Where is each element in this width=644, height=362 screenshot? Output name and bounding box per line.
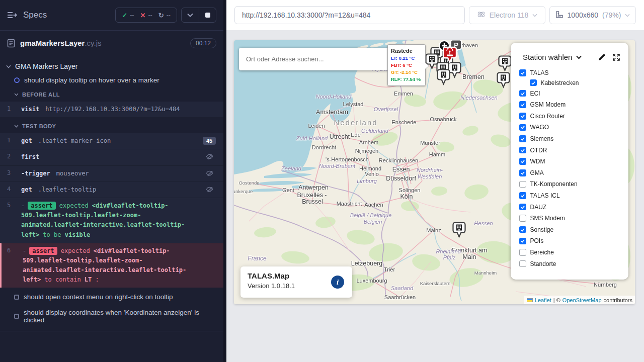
stop-button[interactable]: [199, 8, 216, 22]
check-icon: ✓: [122, 12, 127, 19]
spec-file-name: gmaMarkersLayer.cy.js: [20, 39, 101, 47]
station-checkbox-row[interactable]: SMS Modem: [519, 215, 628, 222]
command-row[interactable]: 3-triggermouseover: [0, 165, 223, 182]
runnables-list: GMA Markers Layer should display tooltip…: [0, 55, 223, 362]
checkbox-icon: [519, 113, 526, 120]
element-count-badge: 45: [203, 137, 216, 145]
info-icon[interactable]: i: [331, 276, 344, 289]
station-checkbox-row[interactable]: TALAS: [519, 69, 628, 76]
viewport-size-select[interactable]: 1000x660 (79%): [549, 6, 636, 24]
station-panel-header: Station wählen: [511, 53, 628, 61]
pending-square-icon: [14, 295, 19, 300]
building-marker[interactable]: [452, 222, 466, 240]
building-marker[interactable]: [437, 69, 450, 87]
electron-icon: [477, 10, 486, 20]
checkbox-icon: [519, 135, 526, 142]
checkbox-icon: [519, 101, 526, 108]
assert-row[interactable]: 6-assert expected <div#leaflet-tooltip-5…: [0, 243, 223, 288]
station-checkbox-row[interactable]: Bereiche: [519, 249, 628, 256]
active-test-row[interactable]: should display tooltip on hover over a m…: [0, 73, 223, 87]
station-checkbox-row[interactable]: OTDR: [519, 147, 628, 154]
tooltip-arrow: [425, 63, 429, 69]
station-checkbox-row[interactable]: DAUZ: [519, 204, 628, 211]
suite-header[interactable]: GMA Markers Layer: [0, 58, 223, 73]
station-checkbox-row[interactable]: Siemens: [519, 135, 628, 142]
tooltip-values: LT: 0.21 °CFBT: 6 °CGT: -2.14 °CRLF: 77.…: [391, 55, 422, 83]
chevron-down-icon: [14, 125, 19, 128]
chevron-down-icon: [6, 65, 11, 68]
checkbox-icon: [519, 260, 526, 267]
test-title: should display tooltip on hover over a m…: [24, 76, 159, 84]
app-version: Version 1.0.18.1: [248, 282, 345, 290]
test-body-log: 1get.leaflet-marker-icon452first3-trigge…: [0, 133, 223, 288]
spec-file-row[interactable]: gmaMarkersLayer.cy.js 00:12: [0, 30, 223, 55]
station-checkbox-row[interactable]: Kabelstrecken: [530, 79, 628, 86]
command-row[interactable]: 2first: [0, 149, 223, 165]
checkbox-icon: [519, 226, 526, 233]
test-body-header[interactable]: TEST BODY: [0, 119, 223, 132]
hidden-eye-icon: [206, 169, 213, 177]
running-spinner-icon: [14, 77, 20, 83]
browser-select[interactable]: Electron 118: [469, 6, 545, 24]
station-checkbox-row[interactable]: WAGO: [519, 124, 628, 131]
edit-pencil-icon[interactable]: [598, 53, 606, 61]
checkbox-icon: [519, 90, 526, 97]
checkbox-icon: [519, 69, 526, 76]
collapse-button[interactable]: [182, 8, 199, 22]
stop-icon: [205, 13, 210, 18]
gma-red-marker[interactable]: [442, 46, 457, 67]
checkbox-icon: [519, 215, 526, 222]
chevron-down-icon: [532, 14, 537, 17]
station-checklist: TALASKabelstreckenECIGSM ModemCisco Rout…: [511, 69, 628, 267]
expand-icon[interactable]: [612, 53, 620, 61]
ruler-icon: [555, 11, 564, 20]
station-checkbox-row[interactable]: TK-Komponenten: [519, 180, 628, 188]
pending-test-row[interactable]: should display coordinates when 'Koordin…: [0, 305, 223, 328]
specs-title: Specs: [23, 10, 47, 20]
checkbox-icon: [519, 169, 526, 176]
osm-link[interactable]: OpenStreetMap: [562, 297, 602, 303]
chevron-down-icon[interactable]: [576, 55, 582, 59]
tooltip-sensor-value: RLF: 77.54 %: [391, 76, 422, 83]
building-marker[interactable]: [498, 55, 512, 74]
station-checkbox-row[interactable]: Standorte: [519, 260, 628, 267]
before-all-header[interactable]: BEFORE ALL: [0, 87, 223, 100]
before-all-log: 1visithttp://192.168.10.33:3000/?m=12&u=…: [0, 102, 223, 117]
tooltip-sensor-value: FBT: 6 °C: [391, 62, 422, 69]
station-checkbox-row[interactable]: Sonstige: [519, 226, 628, 233]
station-checkbox-row[interactable]: Cisco Router: [519, 113, 628, 120]
spec-duration-badge: 00:12: [190, 38, 216, 48]
stat-passed: ✓ --: [122, 12, 134, 19]
tooltip-sensor-value: LT: 0.21 °C: [391, 55, 422, 62]
building-marker[interactable]: [497, 72, 510, 90]
station-select-label[interactable]: Station wählen: [523, 53, 572, 61]
specs-menu-icon[interactable]: [7, 11, 17, 19]
checkbox-icon: [519, 204, 526, 211]
leaflet-map[interactable]: FryslânNoord-HollandLelystadAmsterdamOve…: [234, 40, 635, 304]
station-checkbox-row[interactable]: GMA: [519, 169, 628, 176]
pending-test-row[interactable]: should open context menu on right-click …: [0, 289, 223, 305]
station-checkbox-row[interactable]: POIs: [519, 237, 628, 244]
checkbox-icon: [519, 124, 526, 131]
assert-row[interactable]: 5-assert expected <div#leaflet-tooltip-5…: [0, 198, 223, 243]
aut-panel: Electron 118 1000x660 (79%): [226, 0, 644, 362]
map-attribution: Leaflet | © OpenStreetMap contributors: [524, 296, 635, 304]
station-checkbox-row[interactable]: ECI: [519, 90, 628, 97]
command-row[interactable]: 1get.leaflet-marker-icon45: [0, 133, 223, 149]
station-checkbox-row[interactable]: GSM Modem: [519, 101, 628, 108]
checkbox-icon: [519, 181, 526, 188]
marker-tooltip[interactable]: Rastede LT: 0.21 °CFBT: 6 °CGT: -2.14 °C…: [387, 44, 426, 86]
command-row[interactable]: 1visithttp://192.168.10.33:3000/?m=12&u=…: [0, 102, 223, 117]
test-stats: ✓ -- ✕ -- ↻ --: [115, 8, 177, 23]
pending-square-icon: [14, 314, 19, 319]
station-checkbox-row[interactable]: TALAS ICL: [519, 192, 628, 199]
leaflet-link[interactable]: Leaflet: [535, 297, 551, 303]
url-input[interactable]: [234, 6, 465, 24]
map-info-card: TALAS.Map Version 1.0.18.1 i: [240, 266, 352, 298]
station-checkbox-row[interactable]: WDM: [519, 158, 628, 165]
pending-tests: should open context menu on right-click …: [0, 289, 223, 328]
checkbox-icon: [519, 158, 526, 165]
search-input[interactable]: [239, 55, 390, 63]
checkbox-icon: [519, 147, 526, 154]
command-row[interactable]: 4get.leaflet-tooltip: [0, 182, 223, 198]
